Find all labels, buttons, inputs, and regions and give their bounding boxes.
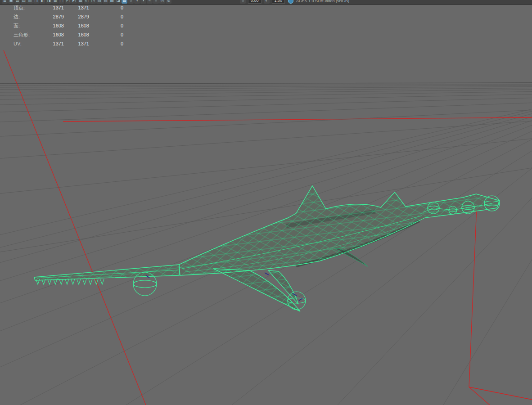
exposure-icon[interactable]: ☼ (240, 0, 246, 4)
gamma-field[interactable]: 1.00 (272, 0, 285, 4)
motion-blur-icon[interactable]: ≈ (147, 0, 153, 4)
panel-menu-icon[interactable]: ≣ (2, 0, 8, 4)
contrast-icon[interactable]: ◐ (264, 0, 270, 4)
shaded-display-icon[interactable]: ◪ (115, 0, 121, 4)
red-curve-segment[interactable] (469, 387, 490, 405)
hud-value: 0 (89, 39, 123, 48)
color-management-icon[interactable] (288, 0, 293, 4)
use-all-lights-icon[interactable]: ☼ (128, 0, 134, 4)
hud-row-faces: 面: 1608 1608 0 (14, 21, 123, 30)
hud-value: 0 (89, 12, 123, 21)
screen-space-ao-icon[interactable]: ◗ (140, 0, 146, 4)
isolate-select-icon[interactable]: ⊙ (166, 0, 171, 4)
bookmarks-icon[interactable]: ▥ (27, 0, 33, 4)
view-transform-label[interactable]: ACES 1.0 SDR-video (sRGB) (296, 0, 349, 3)
safe-title-icon[interactable]: ◲ (90, 0, 96, 4)
field-chart-icon[interactable]: ▦ (77, 0, 83, 4)
grid-toggle-icon[interactable]: ⊞ (52, 0, 58, 4)
hud-value: 1608 (42, 30, 64, 39)
hud-label: 面: (14, 21, 42, 30)
camera-attributes-icon[interactable]: ▤ (21, 0, 27, 4)
toolbar-icon-group: ≣▣⊡▤▥◫◧◨⊞▢◰◩▦◱◲▧▨▩◪⊟☼◖◗≈≡◎⊙ (2, 0, 171, 4)
lock-camera-icon[interactable]: ⊡ (14, 0, 20, 4)
wireframe-display-icon[interactable]: ▩ (109, 0, 115, 4)
viewport-3d[interactable]: 顶点: 1371 1371 0 边: 2879 2879 0 面: 1608 1… (0, 0, 532, 405)
select-camera-icon[interactable]: ▣ (8, 0, 14, 4)
hud-value: 0 (89, 30, 123, 39)
hud-value: 0 (89, 21, 123, 30)
depth-of-field-icon[interactable]: ◎ (159, 0, 165, 4)
hud-row-uvs: UV: 1371 1371 0 (14, 39, 123, 48)
textured-display-icon[interactable]: ⊟ (122, 0, 127, 4)
hud-label: 三角形: (14, 30, 42, 39)
image-plane-icon[interactable]: ◫ (33, 0, 39, 4)
hud-row-edges: 边: 2879 2879 0 (14, 12, 123, 21)
hud-label: UV: (14, 39, 42, 48)
safe-action-icon[interactable]: ◱ (84, 0, 90, 4)
object-details-icon[interactable]: ▨ (103, 0, 108, 4)
exposure-field[interactable]: 0.00 (248, 0, 261, 4)
viewport-toolbar: ≣▣⊡▤▥◫◧◨⊞▢◰◩▦◱◲▧▨▩◪⊟☼◖◗≈≡◎⊙ ☼ 0.00 ◐ 1.0… (0, 0, 532, 5)
hud-value: 1608 (64, 21, 89, 30)
hud-toggle-icon[interactable]: ▧ (96, 0, 102, 4)
hud-value: 1608 (42, 21, 64, 30)
viewport-canvas[interactable] (0, 0, 532, 405)
gate-mask-icon[interactable]: ◩ (71, 0, 77, 4)
two-panes-stacked-icon[interactable]: ◨ (46, 0, 52, 4)
poly-count-hud: 顶点: 1371 1371 0 边: 2879 2879 0 面: 1608 1… (14, 3, 123, 48)
resolution-gate-icon[interactable]: ◰ (65, 0, 71, 4)
hud-value: 2879 (64, 12, 89, 21)
shadows-toggle-icon[interactable]: ◖ (134, 0, 140, 4)
red-curve-segment[interactable] (469, 387, 532, 400)
red-curve-segment[interactable] (469, 196, 477, 387)
hud-value: 2879 (42, 12, 64, 21)
two-panes-side-by-side-icon[interactable]: ◧ (40, 0, 45, 4)
hud-value: 1371 (64, 39, 89, 48)
hud-value: 1371 (42, 39, 64, 48)
hud-row-triangles: 三角形: 1608 1608 0 (14, 30, 123, 39)
multisample-aa-icon[interactable]: ≡ (153, 0, 159, 4)
red-curve-segment[interactable] (63, 117, 532, 122)
film-gate-icon[interactable]: ▢ (59, 0, 64, 4)
hud-value: 1608 (64, 30, 89, 39)
hud-label: 边: (14, 12, 42, 21)
